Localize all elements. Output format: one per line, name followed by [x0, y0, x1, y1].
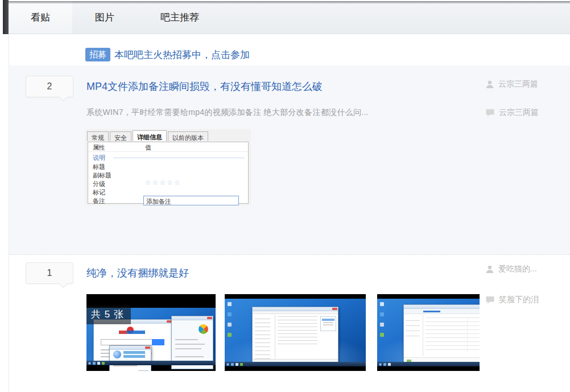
tab-threads[interactable]: 看贴 — [9, 1, 72, 34]
last-replier-name[interactable]: 笑脸下的泪 — [499, 295, 539, 305]
tieba-forum-page: 看贴 图片 吧主推荐 招募 本吧吧主火热招募中，点击参加 2 MP4文件添加备注… — [0, 0, 570, 392]
author-name[interactable]: 爱吃猫的... — [498, 264, 537, 274]
dialog-tab-strip: 常规 安全 详细信息 以前的版本 — [87, 130, 209, 141]
reply-count-badge[interactable]: 2 — [26, 76, 73, 97]
tab-images[interactable]: 图片 — [72, 1, 137, 34]
person-icon — [485, 80, 494, 89]
dialog-row-remarks: 备注 — [93, 197, 105, 205]
dialog-tab-previous-versions: 以前的版本 — [168, 131, 208, 141]
thread-title[interactable]: MP4文件添加备注瞬间损毁，有没有懂哥知道怎么破 — [86, 80, 323, 93]
ie11-about-dialog — [109, 345, 151, 371]
dialog-body: 属性 值 说明 标题 副标题 分级 标记 备注 ☆☆☆☆☆ 添加备注 — [88, 142, 249, 204]
remarks-input-depiction: 添加备注 — [143, 196, 239, 205]
thread-preview-text: 系统WIN7，平时经常需要给mp4的视频添加备注 绝大部分改备注都没什么问... — [86, 108, 369, 118]
win7-desktop — [377, 299, 480, 366]
win7-desktop — [225, 299, 366, 366]
recruit-banner-link[interactable]: 本吧吧主火热招募中，点击参加 — [114, 48, 250, 61]
image-count-overlay: 共 5 张 — [86, 306, 131, 324]
dialog-row-title: 标题 — [93, 163, 105, 171]
file-list-window — [403, 304, 480, 366]
reply-count-badge[interactable]: 1 — [26, 262, 73, 284]
dialog-tab-general: 常规 — [87, 131, 109, 141]
person-icon — [485, 265, 494, 274]
taskbar — [225, 362, 366, 366]
taskbar — [86, 361, 216, 365]
thread-last-reply: 云宗三两篇 — [485, 108, 539, 118]
taskbar — [377, 362, 480, 366]
forum-tab-bar: 看贴 图片 吧主推荐 — [9, 1, 570, 34]
thread-author: 云宗三两篇 — [485, 79, 538, 89]
window-edge-shadow — [3, 0, 9, 34]
dialog-row-subtitle: 副标题 — [93, 171, 111, 180]
explorer-window — [252, 307, 338, 364]
dialog-tab-security: 安全 — [110, 131, 131, 141]
dialog-column-header: 属性 值 — [88, 142, 248, 152]
column-property: 属性 — [93, 143, 105, 152]
last-replier-name[interactable]: 云宗三两篇 — [499, 108, 539, 118]
author-name[interactable]: 云宗三两篇 — [498, 79, 538, 89]
thumbnail-win7-desktop-3[interactable] — [377, 294, 480, 371]
dialog-row-rating: 分级 — [93, 180, 105, 188]
dialog-tab-details: 详细信息 — [133, 130, 167, 141]
thread-author: 爱吃猫的... — [485, 264, 537, 274]
dialog-row-tags: 标记 — [93, 188, 105, 197]
dialog-section-description: 说明 — [93, 154, 105, 162]
speech-bubble-icon — [485, 296, 495, 304]
speech-bubble-icon — [485, 109, 495, 117]
rating-stars: ☆☆☆☆☆ — [145, 179, 181, 187]
section-divider-line — [113, 158, 245, 158]
thread-last-reply: 笑脸下的泪 — [485, 295, 539, 305]
internet-explorer-icon — [113, 350, 121, 358]
recruit-badge[interactable]: 招募 — [85, 48, 110, 61]
windows-flag-icon — [199, 324, 208, 334]
tab-moderator-recommend[interactable]: 吧主推荐 — [137, 1, 222, 34]
attachment-image-properties-dialog[interactable]: 常规 安全 详细信息 以前的版本 属性 值 说明 标题 副标题 分级 标记 备注… — [85, 129, 251, 205]
thumbnail-win7-desktop-2[interactable] — [225, 294, 366, 371]
thread-title[interactable]: 纯净，没有捆绑就是好 — [86, 266, 189, 280]
thumbnail-win7-desktop-1[interactable]: 共 5 张 — [86, 294, 216, 371]
column-value: 值 — [145, 143, 151, 152]
